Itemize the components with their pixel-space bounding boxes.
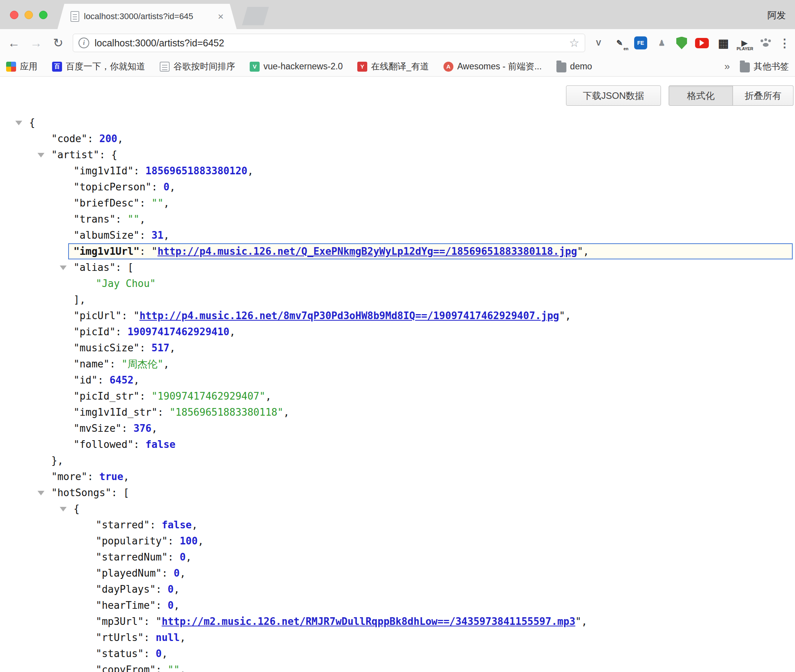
json-number: 0 (156, 648, 162, 659)
vimium-icon[interactable]: V (592, 36, 605, 49)
json-key: "alias" (74, 262, 116, 273)
bookmark-awesomes[interactable]: AAwesomes - 前端资... (443, 61, 542, 72)
translate-pen-icon[interactable]: ✎en (613, 36, 626, 49)
view-toggle-group: 格式化 折叠所有 (669, 85, 793, 106)
json-punct: , (583, 246, 589, 257)
json-punct: { (74, 503, 80, 515)
tab-title: localhost:3000/artists?id=645 (84, 11, 213, 21)
collapse-toggle-icon[interactable] (60, 507, 67, 511)
json-number: 200 (99, 133, 117, 144)
address-bar[interactable]: i localhost:3000/artists?id=6452 ☆ (73, 34, 585, 52)
json-punct: " (559, 310, 565, 321)
json-punct: { (29, 117, 35, 128)
profile-name[interactable]: 阿发 (767, 9, 786, 21)
json-number: 31 (152, 229, 164, 241)
tab-bar: localhost:3000/artists?id=645 × 阿发 (0, 0, 795, 29)
close-window-button[interactable] (10, 11, 18, 19)
json-link[interactable]: http://p4.music.126.net/Q_ExePNkmgB2yWyL… (157, 246, 577, 257)
json-punct: : (98, 374, 110, 386)
json-number: 0 (164, 181, 170, 193)
json-line: "popularity": 100, (0, 533, 795, 549)
json-punct: : (110, 358, 121, 370)
bookmark-google-sort[interactable]: 谷歌按时间排序 (160, 61, 235, 72)
player-icon[interactable]: ▶PLAYER (738, 36, 751, 49)
collapse-toggle-icon[interactable] (38, 491, 44, 495)
bookmark-vue-hackernews[interactable]: Vvue-hackernews-2.0 (250, 61, 343, 72)
minimize-window-button[interactable] (25, 11, 33, 19)
bookmark-baidu[interactable]: 百百度一下，你就知道 (52, 61, 145, 72)
json-string: "周杰伦" (121, 358, 163, 370)
bookmark-label: 谷歌按时间排序 (173, 61, 235, 72)
json-key: "code" (51, 133, 87, 144)
qr-code-icon[interactable]: ▦ (717, 36, 730, 49)
download-json-button[interactable]: 下载JSON数据 (566, 85, 661, 106)
json-punct: " (156, 616, 162, 627)
json-line: { (0, 115, 795, 131)
json-key: "followed" (74, 439, 134, 450)
browser-tab[interactable]: localhost:3000/artists?id=645 × (57, 4, 237, 29)
json-number: 0 (174, 567, 180, 579)
json-key: "mvSize" (74, 423, 121, 434)
json-key: "copyFrom" (96, 664, 156, 672)
bookmark-star-icon[interactable]: ☆ (569, 37, 579, 49)
json-punct: : (168, 551, 180, 563)
json-punct: : (152, 181, 164, 193)
bookmark-demo[interactable]: demo (556, 61, 592, 72)
person-icon[interactable]: ♟ (655, 36, 668, 49)
new-tab-button[interactable] (242, 7, 269, 25)
bookmark-youdao[interactable]: Y在线翻译_有道 (357, 61, 429, 72)
json-line: "followed": false (0, 436, 795, 452)
json-punct: }, (51, 455, 63, 466)
bookmark-apps[interactable]: 应用 (6, 61, 38, 72)
json-link[interactable]: http://m2.music.126.net/RMJR7wDullRqppBk… (162, 616, 575, 627)
json-line: "code": 200, (0, 131, 795, 147)
json-literal: false (146, 439, 175, 450)
json-punct: , (283, 406, 290, 418)
json-key: "mp3Url" (96, 616, 144, 627)
zoom-window-button[interactable] (39, 11, 47, 19)
json-literal: true (99, 471, 123, 482)
paw-icon[interactable] (759, 36, 772, 49)
reload-button[interactable]: ↻ (51, 37, 66, 49)
url-text[interactable]: localhost:3000/artists?id=6452 (95, 38, 564, 49)
json-line: "starred": false, (0, 517, 795, 533)
json-number: 6452 (110, 374, 134, 386)
fe-icon[interactable]: FE (634, 36, 647, 49)
json-line: "img1v1Url": "http://p4.music.126.net/Q_… (0, 243, 795, 259)
json-key: "artist" (51, 149, 99, 161)
site-info-icon[interactable]: i (79, 38, 89, 48)
json-punct: , (117, 133, 123, 144)
json-line: "topicPerson": 0, (0, 179, 795, 195)
json-punct: , (180, 664, 186, 672)
json-line: "briefDesc": "", (0, 195, 795, 211)
other-bookmarks-folder[interactable]: 其他书签 (740, 61, 789, 72)
json-key: "musicSize" (74, 342, 139, 354)
json-punct: : (156, 664, 168, 672)
collapse-toggle-icon[interactable] (15, 121, 22, 125)
glyph-icon: V (250, 62, 260, 72)
back-button[interactable]: ← (6, 37, 21, 49)
json-punct: , (162, 648, 168, 659)
json-punct: , (164, 358, 170, 370)
json-line: "copyFrom": "", (0, 662, 795, 672)
collapse-all-button[interactable]: 折叠所有 (733, 85, 793, 106)
forward-button[interactable]: → (28, 37, 44, 49)
json-key: "picId" (74, 326, 116, 338)
json-key: "albumSize" (74, 229, 139, 241)
json-key: "id" (74, 374, 98, 386)
json-punct: , (152, 423, 158, 434)
json-punct: , (247, 165, 254, 177)
json-line: "alias": [ (0, 259, 795, 275)
tab-close-icon[interactable]: × (218, 11, 224, 21)
youtube-icon[interactable] (695, 38, 709, 48)
format-button[interactable]: 格式化 (669, 85, 733, 106)
json-line: "hearTime": 0, (0, 597, 795, 613)
collapse-toggle-icon[interactable] (60, 266, 67, 270)
json-key: "starred" (96, 519, 150, 531)
browser-menu-icon[interactable]: ⋮ (779, 36, 789, 50)
shield-icon[interactable] (676, 37, 687, 49)
json-link[interactable]: http://p4.music.126.net/8mv7qP30Pd3oHW8b… (139, 310, 559, 321)
json-punct: ], (74, 294, 85, 305)
collapse-toggle-icon[interactable] (38, 153, 44, 157)
bookmarks-overflow-icon[interactable]: » (725, 61, 730, 72)
